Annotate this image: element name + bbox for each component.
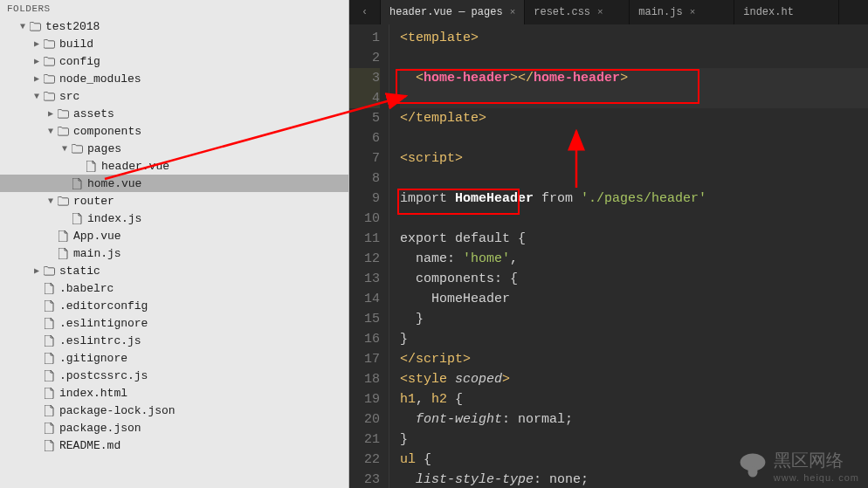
- folder-icon: [42, 74, 56, 84]
- tree-file[interactable]: package-lock.json: [0, 402, 348, 419]
- tree-file[interactable]: .eslintignore: [0, 314, 348, 332]
- file-icon: [84, 161, 98, 172]
- line-number: 18: [349, 369, 380, 389]
- tree-file[interactable]: index.html: [0, 384, 348, 402]
- tree-folder[interactable]: ▼router: [0, 192, 348, 210]
- code-line: </template>: [400, 108, 868, 128]
- tree-label: .eslintrc.js: [59, 334, 141, 347]
- line-number: 12: [349, 249, 380, 269]
- tab-scroll-left-icon[interactable]: ‹: [349, 0, 381, 24]
- tree-folder[interactable]: ▶config: [0, 52, 348, 70]
- tree-arrow-icon: ▶: [31, 73, 42, 84]
- line-number: 13: [349, 269, 380, 289]
- tree-label: test2018: [45, 20, 100, 33]
- code-line: ul {: [400, 450, 868, 470]
- code-line: [400, 88, 868, 108]
- file-icon: [42, 405, 56, 416]
- line-number: 22: [349, 450, 380, 470]
- tree-folder[interactable]: ▶assets: [0, 105, 348, 122]
- tree-label: .babelrc: [59, 282, 114, 295]
- file-icon: [42, 300, 56, 312]
- folder-tree[interactable]: ▼test2018▶build▶config▶node_modules▼src▶…: [0, 17, 348, 488]
- tab-bar: ‹ header.vue — pages×reset.css×main.js×i…: [349, 0, 868, 24]
- line-number: 7: [349, 148, 380, 168]
- tree-label: config: [59, 55, 100, 68]
- close-icon[interactable]: ×: [690, 7, 696, 17]
- tree-label: header.vue: [101, 160, 169, 173]
- tree-file[interactable]: package.json: [0, 419, 348, 436]
- folder-icon: [56, 109, 70, 119]
- file-icon: [70, 213, 84, 224]
- line-number: 11: [349, 229, 380, 249]
- tree-folder[interactable]: ▶node_modules: [0, 70, 348, 87]
- folder-sidebar: FOLDERS ▼test2018▶build▶config▶node_modu…: [0, 0, 349, 488]
- tree-label: .postcssrc.js: [59, 369, 148, 382]
- tree-label: src: [59, 90, 79, 103]
- editor-tab[interactable]: main.js×: [630, 0, 734, 24]
- tree-label: .gitignore: [59, 352, 127, 365]
- code-line: h1, h2 {: [400, 389, 868, 409]
- tree-file[interactable]: header.vue: [0, 157, 348, 175]
- code-lines[interactable]: <template> <home-header></home-header></…: [389, 24, 868, 488]
- file-icon: [42, 423, 56, 434]
- editor-tab[interactable]: index.ht: [734, 0, 839, 24]
- tree-folder[interactable]: ▶build: [0, 35, 348, 52]
- close-icon[interactable]: ×: [597, 7, 603, 17]
- code-line: <style scoped>: [400, 369, 868, 389]
- file-icon: [56, 248, 70, 259]
- file-icon: [42, 440, 56, 451]
- tree-file[interactable]: index.js: [0, 210, 348, 227]
- close-icon[interactable]: ×: [510, 7, 516, 17]
- tree-label: README.md: [59, 439, 121, 452]
- tree-file[interactable]: main.js: [0, 244, 348, 262]
- tree-file[interactable]: home.vue: [0, 175, 348, 192]
- tree-arrow-icon: ▶: [31, 56, 42, 66]
- tree-file[interactable]: App.vue: [0, 227, 348, 244]
- code-line: HomeHeader: [400, 289, 868, 309]
- tree-label: static: [59, 265, 100, 278]
- tab-label: index.ht: [743, 6, 794, 18]
- folder-icon: [70, 144, 84, 154]
- line-number: 8: [349, 168, 380, 189]
- folder-icon: [42, 39, 56, 49]
- tree-file[interactable]: .gitignore: [0, 349, 348, 367]
- tree-file[interactable]: .babelrc: [0, 279, 348, 297]
- tree-label: App.vue: [73, 230, 121, 243]
- tree-file[interactable]: README.md: [0, 436, 348, 454]
- code-line: export default {: [400, 229, 868, 249]
- tree-file[interactable]: .editorconfig: [0, 297, 348, 314]
- file-icon: [42, 283, 56, 294]
- tree-folder[interactable]: ▼src: [0, 87, 348, 105]
- line-number: 21: [349, 430, 380, 450]
- tree-file[interactable]: .eslintrc.js: [0, 332, 348, 349]
- code-line: }: [400, 309, 868, 329]
- code-line: <template>: [400, 28, 868, 48]
- line-number: 3: [349, 68, 380, 88]
- line-number: 14: [349, 289, 380, 309]
- code-line: }: [400, 430, 868, 450]
- file-icon: [42, 318, 56, 329]
- code-line: import HomeHeader from './pages/header': [400, 189, 868, 209]
- editor-tab[interactable]: reset.css×: [525, 0, 630, 24]
- tree-folder[interactable]: ▼test2018: [0, 17, 348, 35]
- tree-arrow-icon: ▶: [31, 265, 42, 276]
- tree-folder[interactable]: ▼components: [0, 122, 348, 140]
- line-number: 2: [349, 48, 380, 68]
- tab-label: reset.css: [534, 6, 590, 18]
- tab-label: header.vue — pages: [389, 6, 503, 18]
- code-line: components: {: [400, 269, 868, 289]
- line-number: 16: [349, 329, 380, 349]
- tree-file[interactable]: .postcssrc.js: [0, 367, 348, 384]
- tab-label: main.js: [638, 6, 682, 18]
- code-area: 1234567891011121314151617181920212223 <t…: [349, 24, 868, 488]
- code-line: name: 'home',: [400, 249, 868, 269]
- folder-icon: [28, 22, 42, 31]
- tree-label: router: [73, 195, 114, 208]
- tree-folder[interactable]: ▼pages: [0, 140, 348, 157]
- editor-tab[interactable]: header.vue — pages×: [381, 0, 525, 24]
- folder-icon: [56, 127, 70, 136]
- tree-arrow-icon: ▶: [45, 108, 56, 119]
- tree-label: home.vue: [87, 177, 141, 190]
- tree-folder[interactable]: ▶static: [0, 262, 348, 279]
- line-number: 10: [349, 209, 380, 229]
